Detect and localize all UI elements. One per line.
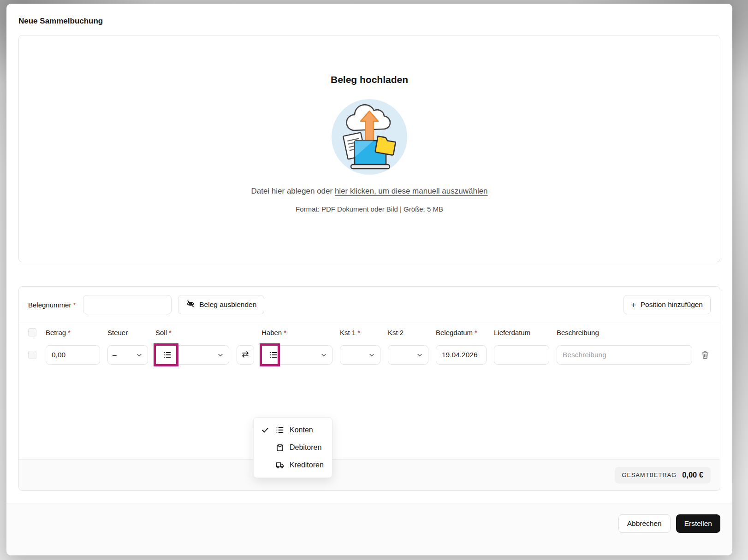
drop-instruction: Datei hier ablegen oder hier klicken, um… bbox=[251, 187, 487, 196]
steuer-value: – bbox=[113, 351, 117, 359]
list-icon bbox=[275, 425, 285, 435]
header-soll: Soll* bbox=[155, 329, 229, 336]
header-kst1: Kst 1* bbox=[340, 329, 380, 336]
header-haben: Haben* bbox=[261, 329, 332, 336]
panel-footer: GESAMTBETRAG 0,00 € bbox=[19, 459, 720, 490]
chevron-down-icon bbox=[416, 351, 423, 359]
chevron-down-icon bbox=[368, 351, 375, 359]
hide-beleg-label: Beleg ausblenden bbox=[199, 301, 256, 309]
modal-title: Neue Sammelbuchung bbox=[6, 4, 732, 35]
upload-format-hint: Format: PDF Dokument oder Bild | Größe: … bbox=[296, 205, 443, 213]
trash-icon bbox=[701, 350, 710, 360]
header-kst2: Kst 2 bbox=[388, 329, 428, 336]
panel-toolbar: Belegnummer* Beleg ausblenden + Position… bbox=[19, 287, 720, 323]
cloud-upload-illustration bbox=[330, 96, 409, 175]
kst1-select[interactable] bbox=[340, 345, 380, 365]
menu-item-kreditoren[interactable]: Kreditoren bbox=[254, 456, 332, 474]
upload-heading: Beleg hochladen bbox=[331, 74, 408, 85]
row-checkbox[interactable] bbox=[28, 351, 36, 359]
required-mark: * bbox=[73, 301, 76, 309]
chevron-down-icon bbox=[217, 351, 224, 359]
haben-account-select[interactable] bbox=[261, 345, 332, 365]
booking-table-panel: Belegnummer* Beleg ausblenden + Position… bbox=[18, 286, 720, 491]
menu-item-konten[interactable]: Konten bbox=[254, 421, 332, 439]
plus-icon: + bbox=[631, 301, 636, 309]
truck-icon bbox=[275, 460, 285, 470]
create-button[interactable]: Erstellen bbox=[676, 514, 720, 533]
menu-item-label: Kreditoren bbox=[290, 461, 324, 469]
total-amount-badge: GESAMTBETRAG 0,00 € bbox=[615, 467, 711, 483]
total-label: GESAMTBETRAG bbox=[622, 472, 677, 478]
header-belegdatum: Belegdatum* bbox=[436, 329, 487, 336]
cancel-button[interactable]: Abbrechen bbox=[618, 514, 671, 533]
menu-item-label: Konten bbox=[290, 426, 313, 434]
table-header-row: Betrag* Steuer Soll* Haben* Kst 1* Kst 2… bbox=[19, 323, 720, 340]
drop-instruction-prefix: Datei hier ablegen oder bbox=[251, 187, 334, 195]
manual-select-link[interactable]: hier klicken, um diese manuell auszuwähl… bbox=[335, 187, 488, 195]
account-type-menu: Konten Debitoren bbox=[253, 417, 332, 478]
table-body: – bbox=[19, 340, 720, 459]
belegnummer-input[interactable] bbox=[83, 295, 172, 314]
betrag-input[interactable] bbox=[46, 345, 100, 365]
belegnummer-label: Belegnummer* bbox=[28, 301, 76, 309]
header-betrag: Betrag* bbox=[46, 329, 100, 336]
beschreibung-input[interactable] bbox=[557, 345, 692, 365]
steuer-select[interactable]: – bbox=[107, 345, 148, 365]
hide-beleg-button[interactable]: Beleg ausblenden bbox=[178, 295, 264, 314]
upload-dropzone[interactable]: Beleg hochladen bbox=[18, 35, 720, 262]
swap-soll-haben-button[interactable] bbox=[237, 345, 254, 365]
kst2-select[interactable] bbox=[388, 345, 428, 365]
total-value: 0,00 € bbox=[682, 471, 703, 479]
lieferdatum-input[interactable] bbox=[494, 345, 549, 365]
list-icon bbox=[160, 350, 174, 360]
eye-off-icon bbox=[186, 299, 195, 310]
upload-illustration bbox=[330, 96, 409, 177]
modal-footer: Abbrechen Erstellen bbox=[6, 503, 732, 555]
menu-item-debitoren[interactable]: Debitoren bbox=[254, 439, 332, 456]
chevron-down-icon bbox=[320, 351, 327, 359]
swap-arrows-icon bbox=[241, 350, 250, 360]
bag-icon bbox=[275, 443, 285, 452]
select-all-checkbox[interactable] bbox=[28, 328, 36, 336]
belegdatum-input[interactable] bbox=[436, 345, 487, 365]
list-icon bbox=[267, 350, 280, 360]
header-beschreibung: Beschreibung bbox=[557, 329, 692, 336]
add-position-label: Position hinzufügen bbox=[641, 301, 703, 309]
new-collective-booking-modal: Neue Sammelbuchung Beleg hochladen bbox=[6, 4, 732, 555]
check-icon bbox=[261, 426, 270, 434]
delete-row-button[interactable] bbox=[700, 350, 711, 360]
add-position-button[interactable]: + Position hinzufügen bbox=[623, 295, 711, 314]
header-steuer: Steuer bbox=[107, 329, 148, 336]
table-row: – bbox=[19, 340, 720, 365]
header-lieferdatum: Lieferdatum bbox=[494, 329, 549, 336]
soll-account-select[interactable] bbox=[155, 345, 229, 365]
menu-item-label: Debitoren bbox=[290, 443, 321, 452]
chevron-down-icon bbox=[136, 351, 143, 359]
